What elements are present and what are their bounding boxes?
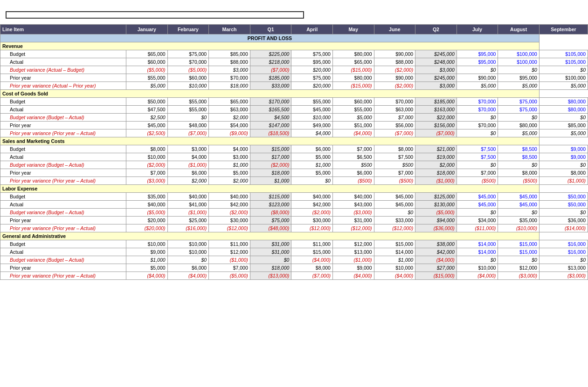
data-row-2-3: Prior year$45,000$48,000$54,000$147,000$… [0, 122, 588, 129]
cell-1-2-8: $0 [457, 66, 498, 74]
cell-3-2-9: $0 [498, 161, 540, 169]
cell-5-4-10: ($3,000) [539, 272, 588, 280]
cell-1-4-1: $10,000 [167, 82, 209, 90]
col-header-july: July [457, 25, 498, 34]
cell-2-2-0: $2,500 [126, 114, 168, 122]
cell-1-0-7: $245,000 [415, 50, 457, 58]
cell-2-0-0: $50,000 [126, 98, 168, 106]
cell-1-1-0: $60,000 [126, 58, 168, 66]
data-row-4-2: Budget variance (Budget – Actual)($5,000… [0, 209, 588, 217]
cell-5-3-0: $5,000 [126, 264, 168, 272]
cell-2-2-9: $0 [498, 114, 540, 122]
cell-5-2-3: $0 [250, 256, 291, 264]
cell-4-0-9: $45,000 [498, 193, 540, 201]
cell-1-1-6: $88,000 [374, 58, 415, 66]
cell-4-1-6: $45,000 [374, 201, 415, 209]
cell-3-1-7: $19,000 [415, 153, 457, 161]
row-label-1-0: Budget [0, 50, 126, 58]
cell-4-0-6: $45,000 [374, 193, 415, 201]
row-label-3-4: Prior year variance (Prior year – Actual… [0, 177, 126, 185]
cell-3-3-9: $8,000 [498, 169, 540, 177]
cell-5-1-0: $9,000 [126, 248, 168, 256]
row-label-3-2: Budget variance (Budget – Actual) [0, 161, 126, 169]
cell-1-0-4: $75,000 [291, 50, 333, 58]
col-header-may: May [332, 25, 374, 34]
cell-1-2-7: $3,000 [415, 66, 457, 74]
cell-5-0-3: $31,000 [250, 240, 291, 248]
cell-1-3-8: $90,000 [457, 74, 498, 82]
cell-2-1-0: $47,500 [126, 106, 168, 114]
main-table-container: Line Item January February March Q1 Apri… [0, 22, 588, 282]
cell-2-3-5: $51,000 [332, 122, 374, 129]
row-label-5-0: Budget [0, 240, 126, 248]
cell-3-4-0: ($3,000) [126, 177, 168, 185]
cell-3-1-6: $7,500 [374, 153, 415, 161]
cell-3-2-10: $0 [539, 161, 588, 169]
cell-2-2-7: $22,000 [415, 114, 457, 122]
cell-2-1-1: $55,000 [167, 106, 209, 114]
cell-2-4-4: $4,000 [291, 129, 333, 137]
row-label-2-4: Prior year variance (Prior year – Actual… [0, 129, 126, 137]
data-row-5-4: Prior year variance (Prior year – Actual… [0, 272, 588, 280]
cell-2-1-9: $75,000 [498, 106, 540, 114]
cell-5-2-10: $0 [539, 256, 588, 264]
section-header-3: Sales and Marketing Costs [0, 137, 588, 145]
cell-2-3-10: $85,000 [539, 122, 588, 129]
row-label-2-1: Actual [0, 106, 126, 114]
section-header-1: Revenue [0, 42, 588, 50]
cell-4-1-9: $45,000 [498, 201, 540, 209]
cell-3-3-7: $18,000 [415, 169, 457, 177]
cell-4-1-7: $130,000 [415, 201, 457, 209]
cell-5-4-3: ($13,000) [250, 272, 291, 280]
cell-2-3-3: $147,000 [250, 122, 291, 129]
cell-1-4-7: $3,000 [415, 82, 457, 90]
cell-1-4-8: $5,000 [457, 82, 498, 90]
cell-2-3-1: $48,000 [167, 122, 209, 129]
cell-2-2-10: $0 [539, 114, 588, 122]
cell-2-1-2: $63,000 [209, 106, 250, 114]
row-label-5-3: Prior year [0, 264, 126, 272]
cell-3-0-3: $15,000 [250, 145, 291, 153]
cell-1-4-2: $18,000 [209, 82, 250, 90]
cell-4-4-3: ($48,000) [250, 224, 291, 232]
cell-3-1-5: $6,500 [332, 153, 374, 161]
row-label-4-0: Budget [0, 193, 126, 201]
cell-3-1-0: $10,000 [126, 153, 168, 161]
cell-3-2-4: $1,000 [291, 161, 333, 169]
cell-4-3-4: $30,000 [291, 217, 333, 224]
data-row-1-2: Budget variance (Actual – Budget)($5,000… [0, 66, 588, 74]
col-header-q1: Q1 [250, 25, 291, 34]
row-label-4-2: Budget variance (Budget – Actual) [0, 209, 126, 217]
cell-1-2-3: ($7,000) [250, 66, 291, 74]
cell-2-0-10: $80,000 [539, 98, 588, 106]
cell-3-4-10: ($1,000) [539, 177, 588, 185]
cell-4-4-1: ($16,000) [167, 224, 209, 232]
cell-2-3-4: $49,000 [291, 122, 333, 129]
row-label-1-4: Prior year variance (Actual – Prior year… [0, 82, 126, 90]
cell-2-4-3: ($18,500) [250, 129, 291, 137]
section-header-5: General and Administrative [0, 232, 588, 240]
row-label-4-3: Prior year [0, 217, 126, 224]
cell-2-0-4: $55,000 [291, 98, 333, 106]
cell-3-0-8: $7,500 [457, 145, 498, 153]
cell-5-0-5: $12,000 [332, 240, 374, 248]
cell-4-2-5: ($3,000) [332, 209, 374, 217]
cell-2-4-6: ($7,000) [374, 129, 415, 137]
cell-5-0-7: $38,000 [415, 240, 457, 248]
cell-4-3-8: $34,000 [457, 217, 498, 224]
data-row-2-1: Actual$47,500$55,000$63,000$165,500$45,0… [0, 106, 588, 114]
cell-2-0-9: $75,000 [498, 98, 540, 106]
col-header-q2: Q2 [415, 25, 457, 34]
cell-1-3-2: $70,000 [209, 74, 250, 82]
cell-2-2-6: $7,000 [374, 114, 415, 122]
data-row-1-1: Actual$60,000$70,000$88,000$218,000$95,0… [0, 58, 588, 66]
cell-2-0-5: $60,000 [332, 98, 374, 106]
cell-1-2-6: ($2,000) [374, 66, 415, 74]
cell-3-1-10: $9,000 [539, 153, 588, 161]
section-title-0: PROFIT AND LOSS [0, 34, 540, 42]
data-row-5-0: Budget$10,000$10,000$11,000$31,000$11,00… [0, 240, 588, 248]
data-row-2-4: Prior year variance (Prior year – Actual… [0, 129, 588, 137]
cell-5-3-10: $13,000 [539, 264, 588, 272]
row-label-3-0: Budget [0, 145, 126, 153]
cell-5-0-1: $10,000 [167, 240, 209, 248]
